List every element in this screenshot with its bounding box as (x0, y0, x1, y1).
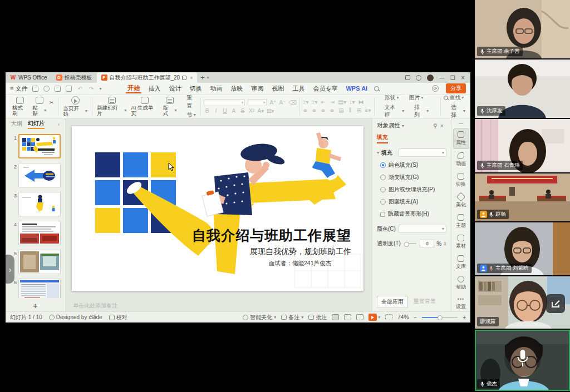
tab-template-doc[interactable]: D 投稿壳模板 (52, 72, 97, 83)
video-tile-6[interactable]: 廖涵茹 (475, 276, 570, 329)
option-pattern-fill[interactable]: 图案填充(A) (380, 198, 446, 206)
rail-library[interactable]: 文库 (453, 253, 469, 272)
cloud-sync-icon[interactable] (66, 86, 72, 92)
bullet-list-button[interactable]: ≡▾ (303, 99, 309, 105)
picture-button[interactable]: 图片▾ (402, 94, 424, 102)
slide-subtitle[interactable]: 展现自我优势，规划班助工作 (250, 247, 351, 257)
add-slide-button[interactable]: + (6, 301, 65, 310)
new-slide-button[interactable]: 新建幻灯片▾ (95, 96, 128, 116)
slide-thumbnail-2[interactable]: 2 (6, 161, 65, 190)
video-tile-1[interactable]: 主席团 余子茜 (475, 0, 570, 58)
tab-outline[interactable]: 大纲 (11, 120, 22, 128)
menu-home[interactable]: 开始 (126, 84, 141, 93)
clip-icon[interactable] (43, 86, 50, 92)
option-hide-background[interactable]: 隐藏背景图形(H) (380, 210, 446, 218)
slide-thumbnail-6[interactable]: 6 (6, 276, 65, 298)
reading-view-button[interactable] (356, 314, 363, 320)
zoom-in-button[interactable]: + (463, 314, 466, 320)
tab-close-icon[interactable]: × (190, 75, 193, 81)
menu-view[interactable]: 视图 (270, 85, 286, 93)
slide-presenter[interactable]: 面试者：储能241芦俊杰 (269, 260, 331, 267)
thumbnail-image[interactable] (18, 250, 61, 274)
menu-tools[interactable]: 工具 (291, 85, 306, 93)
account-avatar[interactable] (427, 75, 434, 81)
font-size-select[interactable]: ▾ (248, 99, 267, 106)
underline-button[interactable]: U (222, 108, 228, 114)
panel-expand-chevron[interactable]: › (6, 255, 14, 284)
select-button[interactable]: 选择▾ (444, 103, 465, 119)
find-button[interactable]: 查找▾ (444, 94, 465, 102)
superscript-button[interactable]: X² (248, 108, 254, 114)
thumbnail-image[interactable] (18, 163, 61, 187)
notes-button[interactable]: 备注▾ (281, 314, 303, 321)
menu-insert[interactable]: 插入 (146, 85, 162, 93)
thumbnail-image[interactable] (18, 134, 61, 158)
print-icon[interactable] (55, 86, 61, 92)
textbox-button[interactable]: 文本框▾ (377, 103, 405, 119)
slideshow-play-button[interactable] (368, 314, 377, 321)
outdent-button[interactable]: ⇤ (321, 99, 327, 105)
opacity-stepper[interactable]: ▲▼ (444, 241, 446, 246)
paste-button[interactable]: 粘贴▾ (31, 96, 48, 116)
align-tools-button[interactable]: ⊞ (356, 107, 362, 113)
ai-generate-button[interactable]: AI 生成单页 (129, 96, 160, 116)
clear-format-icon[interactable]: ⌫ (288, 100, 296, 106)
close-button[interactable]: × (461, 74, 465, 82)
menu-animation[interactable]: 动画 (208, 85, 224, 93)
option-gradient-fill[interactable]: 渐变填充(G) (380, 173, 446, 181)
cut-icon[interactable]: ✂ (49, 100, 55, 106)
color-dropdown[interactable]: ▾ (399, 225, 446, 233)
paragraph-more-button[interactable]: ≡▾ (365, 107, 371, 113)
search-icon[interactable] (374, 86, 379, 91)
slide-1-canvas[interactable]: 自我介绍与班助工作展望 展现自我优势，规划班助工作 面试者：储能241芦俊杰 (72, 126, 363, 291)
align-left-button[interactable]: ≡ (303, 107, 309, 113)
save-icon[interactable] (32, 86, 38, 92)
zoom-out-button[interactable]: − (414, 314, 417, 320)
line-spacing-button[interactable]: ↕▾ (349, 99, 355, 105)
fill-tab[interactable]: 填充 (377, 133, 388, 143)
number-list-button[interactable]: ≡▾ (312, 99, 318, 105)
columns-button[interactable]: ⫼ (347, 107, 353, 113)
zoom-slider[interactable] (422, 317, 458, 318)
option-picture-fill[interactable]: 图片或纹理填充(P) (380, 186, 446, 193)
convert-diagram-button[interactable]: ⧓ (358, 99, 364, 105)
slide-thumbnail-5[interactable]: 5 (6, 247, 65, 276)
rail-theme[interactable]: 主题 (453, 212, 469, 231)
thumbnail-image[interactable] (18, 192, 61, 216)
highlight-button[interactable]: ⊞▾ (267, 108, 274, 114)
justify-button[interactable]: ≡ (330, 107, 336, 113)
redo-button[interactable]: ↷ (88, 86, 94, 92)
proofread-button[interactable]: 校对 (109, 314, 127, 321)
fill-preset-dropdown[interactable]: ▾ (399, 148, 446, 157)
video-tile-3[interactable]: 主席团 石青瑶 (475, 119, 570, 172)
option-solid-fill[interactable]: 纯色填充(S) (380, 161, 446, 169)
share-button[interactable]: 分享 (446, 83, 466, 93)
collapse-rail-icon[interactable]: — (459, 121, 464, 126)
shadow-button[interactable]: A (230, 108, 237, 114)
minimize-button[interactable]: — (439, 75, 445, 81)
font-family-select[interactable]: ▾ (204, 99, 245, 106)
text-direction-button[interactable]: ▤▾ (338, 99, 346, 105)
theme-icon[interactable] (416, 75, 421, 81)
file-menu[interactable]: ≡文件 (10, 85, 27, 93)
thumbnail-image[interactable] (18, 279, 61, 298)
close-panel-icon[interactable]: × (440, 122, 446, 129)
rail-beautify[interactable]: 美化 (453, 191, 469, 211)
indent-button[interactable]: ⇥ (330, 99, 336, 105)
notes-placeholder[interactable]: 单击此处添加备注 (73, 302, 117, 310)
workspace-icon[interactable] (405, 75, 410, 80)
menu-wps-ai[interactable]: WPS AI (344, 85, 369, 92)
tab-current-presentation[interactable]: P 自我介绍与班助工作展望_20 × (97, 72, 198, 83)
italic-button[interactable]: I (213, 108, 219, 114)
menu-transition[interactable]: 切换 (188, 85, 203, 93)
copy-icon[interactable] (49, 107, 55, 113)
menu-member[interactable]: 会员专享 (311, 85, 339, 93)
rail-properties[interactable]: 属性 (453, 128, 469, 149)
shape-button[interactable]: 形状▾ (377, 94, 399, 102)
reset-background-button[interactable]: 重置背景 (411, 296, 438, 308)
properties-dropdown-icon[interactable]: ▾ (402, 123, 404, 128)
decrease-font-icon[interactable]: A⁻ (279, 100, 286, 106)
new-tab-button[interactable]: +▾ (197, 72, 212, 83)
editor-canvas[interactable]: 自我介绍与班助工作展望 展现自我优势，规划班助工作 面试者：储能241芦俊杰 单… (66, 118, 372, 311)
opacity-slider[interactable] (404, 243, 416, 244)
